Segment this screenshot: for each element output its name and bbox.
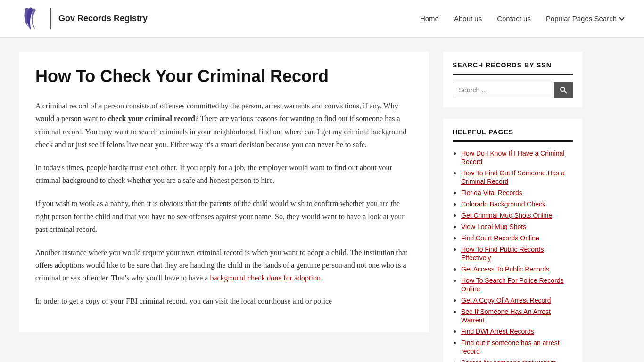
- helpful-pages-title: HELPFUL PAGES: [453, 128, 573, 142]
- sidebar: SEARCH RECORDS BY SSN HELPFUL PAGES How …: [443, 52, 582, 362]
- article-paragraph-4: Another instance where you would require…: [35, 246, 413, 285]
- main-content: How To Check Your Criminal Record A crim…: [19, 52, 429, 332]
- nav-contact[interactable]: Contact us: [497, 15, 531, 23]
- page-title: How To Check Your Criminal Record: [35, 66, 413, 86]
- helpful-link-5[interactable]: View Local Mug Shots: [461, 223, 526, 230]
- helpful-pages-widget: HELPFUL PAGES How Do I Know If I Have a …: [443, 119, 582, 362]
- search-widget-title: SEARCH RECORDS BY SSN: [453, 61, 573, 75]
- chevron-down-icon: [619, 16, 625, 22]
- helpful-link-3[interactable]: Colorado Background Check: [461, 200, 545, 208]
- nav-about[interactable]: About us: [454, 15, 482, 23]
- article-paragraph-5: In order to get a copy of your FBI crimi…: [35, 295, 413, 307]
- main-nav: Home About us Contact us Popular Pages S…: [420, 15, 625, 23]
- nav-popular-pages[interactable]: Popular Pages Search: [546, 15, 625, 23]
- list-item: Search for someone that went to prison: [461, 358, 573, 362]
- helpful-link-0[interactable]: How Do I Know If I Have a Criminal Recor…: [461, 149, 564, 165]
- helpful-link-13[interactable]: Find out if someone has an arrest record: [461, 339, 560, 355]
- list-item: Find DWI Arrest Records: [461, 327, 573, 336]
- adoption-link[interactable]: background check done for adoption: [210, 274, 321, 282]
- site-header: Gov Records Registry Home About us Conta…: [0, 0, 644, 38]
- helpful-link-12[interactable]: Find DWI Arrest Records: [461, 328, 534, 335]
- helpful-link-4[interactable]: Get Criminal Mug Shots Online: [461, 212, 552, 219]
- nav-home[interactable]: Home: [420, 15, 439, 23]
- list-item: Find out if someone has an arrest record: [461, 338, 573, 355]
- nav-popular-label[interactable]: Popular Pages Search: [546, 15, 617, 23]
- logo-area[interactable]: Gov Records Registry: [19, 6, 148, 32]
- list-item: Colorado Background Check: [461, 200, 573, 208]
- helpful-link-10[interactable]: Get A Copy Of A Arrest Record: [461, 296, 551, 304]
- search-widget: SEARCH RECORDS BY SSN: [443, 52, 582, 107]
- helpful-link-9[interactable]: How To Search For Police Records Online: [461, 277, 564, 293]
- article-paragraph-2: In today's times, people hardly trust ea…: [35, 161, 413, 187]
- search-icon: [560, 86, 567, 94]
- list-item: See If Someone Has An Arrest Warrent: [461, 307, 573, 324]
- article-paragraph-1: A criminal record of a person consists o…: [35, 99, 413, 151]
- search-row: [453, 82, 573, 98]
- helpful-link-7[interactable]: How To Find Public Records Effectively: [461, 246, 544, 262]
- list-item: How To Search For Police Records Online: [461, 276, 573, 293]
- helpful-link-11[interactable]: See If Someone Has An Arrest Warrent: [461, 308, 551, 324]
- helpful-link-8[interactable]: Get Access To Public Records: [461, 265, 549, 273]
- search-input[interactable]: [453, 82, 554, 98]
- list-item: Get Access To Public Records: [461, 265, 573, 273]
- list-item: Florida Vital Records: [461, 189, 573, 197]
- helpful-links-list: How Do I Know If I Have a Criminal Recor…: [453, 149, 573, 362]
- search-button[interactable]: [554, 82, 573, 98]
- list-item: Find Court Records Online: [461, 234, 573, 242]
- list-item: How To Find Out If Someone Has a Crimina…: [461, 169, 573, 186]
- helpful-link-14[interactable]: Search for someone that went to prison: [461, 359, 556, 362]
- logo-icon: [19, 6, 42, 32]
- helpful-link-1[interactable]: How To Find Out If Someone Has a Crimina…: [461, 169, 565, 185]
- list-item: How To Find Public Records Effectively: [461, 245, 573, 262]
- list-item: Get A Copy Of A Arrest Record: [461, 296, 573, 304]
- bold-phrase: check your criminal record: [107, 115, 195, 123]
- logo-text: Gov Records Registry: [58, 14, 148, 24]
- svg-line-1: [564, 91, 567, 93]
- svg-point-0: [561, 87, 565, 91]
- list-item: Get Criminal Mug Shots Online: [461, 211, 573, 220]
- page-wrapper: How To Check Your Criminal Record A crim…: [0, 38, 644, 362]
- article-paragraph-3: If you wish to work as a nanny, then it …: [35, 197, 413, 236]
- list-item: View Local Mug Shots: [461, 222, 573, 231]
- helpful-link-6[interactable]: Find Court Records Online: [461, 234, 539, 242]
- list-item: How Do I Know If I Have a Criminal Recor…: [461, 149, 573, 166]
- logo-divider: [50, 8, 51, 29]
- helpful-link-2[interactable]: Florida Vital Records: [461, 189, 522, 197]
